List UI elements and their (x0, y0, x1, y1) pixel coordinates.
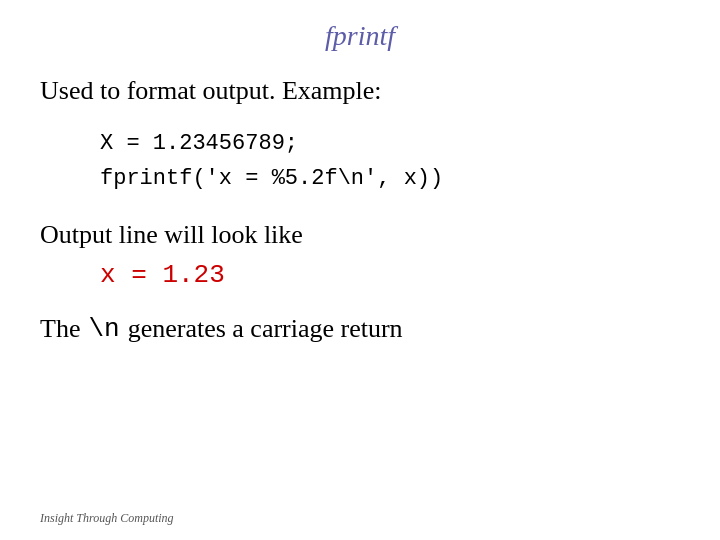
carriage-suffix: generates a carriage return (128, 314, 403, 344)
output-label: Output line will look like (40, 220, 680, 250)
carriage-line: The \n generates a carriage return (40, 314, 680, 344)
code-line-1: X = 1.23456789; (100, 126, 680, 161)
code-block: X = 1.23456789; fprintf('x = %5.2f\n', x… (100, 126, 680, 196)
page: fprintf Used to format output. Example: … (0, 0, 720, 540)
carriage-prefix: The (40, 314, 80, 344)
code-line-2: fprintf('x = %5.2f\n', x)) (100, 161, 680, 196)
intro-text: Used to format output. Example: (40, 76, 680, 106)
page-title: fprintf (40, 20, 680, 52)
output-value: x = 1.23 (100, 260, 680, 290)
footer-text: Insight Through Computing (40, 511, 174, 526)
carriage-code: \n (88, 314, 119, 344)
